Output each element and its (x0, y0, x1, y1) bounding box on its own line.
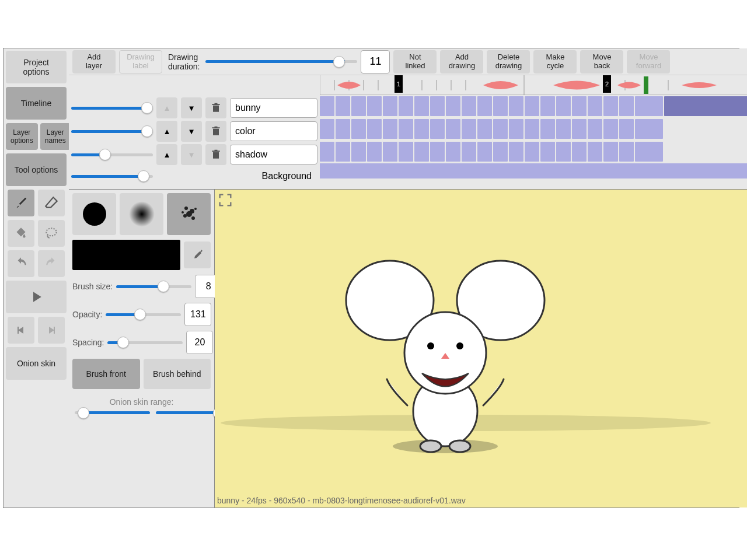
trash-icon (210, 125, 222, 137)
eyedropper-button[interactable] (184, 242, 211, 268)
duration-value[interactable] (361, 50, 390, 74)
arrow-up-icon: ▲ (163, 127, 170, 136)
layer-opacity-bunny[interactable] (71, 107, 153, 110)
arrow-down-icon: ▼ (187, 127, 195, 136)
redo-button[interactable] (38, 250, 65, 277)
timeline-frames[interactable]: 1 2 (320, 75, 747, 189)
svg-rect-13 (644, 76, 648, 94)
add-layer-button[interactable]: Add layer (72, 50, 116, 74)
brush-front-button[interactable]: Brush front (72, 359, 140, 389)
brush-behind-button[interactable]: Brush behind (144, 359, 211, 389)
fill-tool-button[interactable] (8, 220, 34, 247)
layer-down-bunny[interactable]: ▼ (181, 97, 202, 118)
layer-down-color[interactable]: ▼ (181, 121, 202, 142)
prev-icon (14, 323, 28, 337)
svg-point-30 (456, 342, 463, 349)
layer-up-bunny[interactable]: ▲ (156, 97, 177, 118)
frames-shadow[interactable] (320, 141, 747, 162)
redo-icon (44, 256, 59, 271)
layer-opacity-bg[interactable] (71, 175, 153, 178)
layer-delete-shadow[interactable] (205, 144, 226, 165)
timeline-marker-2[interactable]: 2 (603, 75, 611, 93)
opacity-slider[interactable] (106, 313, 181, 316)
svg-point-14 (184, 206, 188, 210)
next-frame-button[interactable] (38, 317, 65, 344)
svg-point-27 (420, 440, 441, 452)
lasso-icon (44, 226, 59, 241)
layer-names-button[interactable]: Layer names (40, 123, 71, 150)
trash-icon (210, 149, 222, 160)
top-toolbar: Add layer Drawing label Drawing duration… (69, 48, 747, 75)
svg-point-29 (427, 342, 434, 349)
timeline-marker-1[interactable]: 1 (395, 75, 403, 93)
play-button[interactable] (6, 281, 67, 313)
layer-name-shadow[interactable]: shadow (230, 145, 317, 164)
background-label: Background (156, 168, 317, 184)
brush-preset-textured[interactable] (167, 193, 211, 235)
spacing-slider[interactable] (107, 341, 183, 344)
layer-name-color[interactable]: color (230, 121, 317, 141)
delete-drawing-button[interactable]: Delete drawing (487, 50, 530, 74)
eraser-icon (44, 195, 59, 211)
svg-point-18 (186, 211, 192, 217)
left-sidebar: Project options Timeline Layer options L… (4, 48, 69, 508)
spacing-value[interactable] (186, 331, 213, 354)
canvas-artwork (215, 190, 740, 493)
timeline-button[interactable]: Timeline (6, 87, 67, 120)
fullscreen-icon[interactable] (217, 192, 233, 208)
opacity-label: Opacity: (72, 310, 102, 319)
undo-button[interactable] (8, 250, 34, 277)
canvas[interactable]: bunny - 24fps - 960x540 - mb-0803-longti… (215, 190, 747, 508)
frames-color[interactable] (320, 118, 747, 139)
frames-background[interactable] (320, 163, 747, 178)
lasso-tool-button[interactable] (38, 220, 65, 247)
project-options-button[interactable]: Project options (6, 51, 67, 83)
brush-size-slider[interactable] (116, 285, 191, 288)
layer-delete-bunny[interactable] (205, 97, 226, 118)
drawing-label-button[interactable]: Drawing label (119, 50, 162, 74)
app-window: Project options Timeline Layer options L… (3, 48, 739, 508)
play-icon (27, 288, 45, 306)
layer-delete-color[interactable] (205, 121, 226, 142)
opacity-value[interactable] (184, 303, 211, 326)
brush-preset-soft[interactable] (120, 193, 163, 235)
svg-point-0 (46, 228, 56, 236)
undo-icon (13, 256, 29, 271)
not-linked-button[interactable]: Not linked (393, 50, 437, 74)
eraser-tool-button[interactable] (38, 190, 65, 216)
arrow-up-icon: ▲ (163, 104, 170, 113)
brush-tool-button[interactable] (8, 190, 34, 216)
layer-up-shadow[interactable]: ▲ (156, 144, 177, 165)
mid-section: Brush size: Opacity: Spacing: Brush fron… (69, 190, 747, 508)
onion-before-slider[interactable] (75, 411, 150, 414)
layer-opacity-shadow[interactable] (71, 153, 153, 156)
svg-point-17 (191, 216, 195, 220)
onion-skin-button[interactable]: Onion skin (6, 347, 67, 380)
layer-down-shadow[interactable]: ▼ (181, 144, 202, 165)
fill-icon (13, 226, 29, 241)
make-cycle-button[interactable]: Make cycle (533, 50, 577, 74)
layer-name-bunny[interactable]: bunny (230, 98, 317, 118)
main-area: Add layer Drawing label Drawing duration… (69, 48, 747, 508)
onion-range-label: Onion skin range: (72, 397, 211, 407)
color-swatch[interactable] (72, 240, 180, 270)
frames-bunny[interactable] (320, 95, 747, 116)
layer-options-button[interactable]: Layer options (6, 123, 38, 150)
next-icon (44, 323, 58, 337)
tool-options-button[interactable]: Tool options (6, 153, 67, 186)
layer-opacity-color[interactable] (71, 130, 153, 133)
add-drawing-button[interactable]: Add drawing (440, 50, 483, 74)
spacing-label: Spacing: (72, 338, 104, 347)
arrow-down-icon: ▼ (187, 150, 195, 159)
audio-waveform[interactable]: 1 2 (320, 75, 747, 95)
svg-point-28 (449, 440, 470, 452)
layer-up-color[interactable]: ▲ (156, 121, 177, 142)
duration-slider[interactable] (205, 60, 357, 63)
timeline-panel: ▲ ▼ bunny ▲ ▼ color ▲ ▼ shado (69, 75, 747, 190)
move-forward-button[interactable]: Move forward (627, 50, 670, 74)
layer-row-bunny: ▲ ▼ bunny (71, 97, 317, 118)
move-back-button[interactable]: Move back (580, 50, 623, 74)
brush-preset-hard[interactable] (72, 193, 116, 235)
prev-frame-button[interactable] (8, 317, 34, 344)
brush-size-label: Brush size: (72, 282, 113, 291)
